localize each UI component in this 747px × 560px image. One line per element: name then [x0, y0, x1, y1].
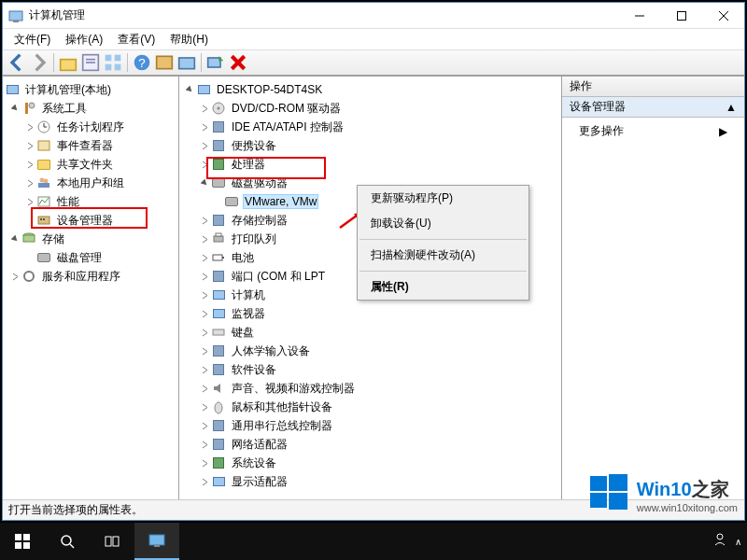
expand-icon[interactable] — [198, 475, 211, 488]
tree-storage[interactable]: 存储 — [3, 230, 178, 248]
back-button[interactable] — [7, 52, 27, 73]
collapse-icon[interactable] — [198, 176, 211, 189]
svg-rect-11 — [115, 55, 121, 62]
expand-icon[interactable] — [198, 326, 211, 339]
expand-icon[interactable] — [198, 307, 211, 320]
tree-item[interactable]: 事件查看器 — [3, 136, 178, 155]
software-device-icon — [211, 362, 226, 377]
toolbar: ? — [3, 49, 744, 76]
device-category[interactable]: 便携设备 — [179, 136, 561, 155]
tree-item[interactable]: 任务计划程序 — [3, 118, 178, 136]
actions-subheader[interactable]: 设备管理器 ▲ — [562, 97, 744, 118]
tree-item[interactable]: 本地用户和组 — [3, 174, 178, 192]
device-category[interactable]: 人体学输入设备 — [179, 342, 561, 360]
tree-item[interactable]: 磁盘管理 — [3, 248, 178, 267]
tree-root[interactable]: 计算机管理(本地) — [3, 80, 178, 99]
expand-icon[interactable] — [23, 158, 36, 171]
collapse-icon[interactable] — [8, 102, 21, 115]
taskbar-app-compmgmt[interactable] — [134, 523, 179, 560]
expand-icon[interactable] — [198, 344, 211, 357]
taskbar-tray: ∧ — [712, 532, 747, 551]
context-properties[interactable]: 属性(R) — [358, 274, 529, 300]
expand-icon[interactable] — [198, 288, 211, 301]
expand-icon[interactable] — [198, 363, 211, 376]
expand-icon[interactable] — [198, 400, 211, 413]
scan-button[interactable] — [205, 52, 226, 73]
expand-icon[interactable] — [23, 120, 36, 133]
expand-icon[interactable] — [198, 251, 211, 264]
svg-rect-3 — [677, 11, 685, 20]
up-button[interactable] — [58, 52, 78, 73]
start-button[interactable] — [0, 523, 45, 560]
expand-icon[interactable] — [198, 139, 211, 152]
properties-button[interactable] — [80, 52, 101, 73]
expand-icon[interactable] — [198, 102, 211, 115]
device-category[interactable]: 显示适配器 — [179, 472, 561, 491]
minimize-button[interactable] — [618, 3, 660, 29]
actions-panel: 操作 设备管理器 ▲ 更多操作 ▶ — [562, 77, 744, 499]
collapse-icon[interactable] — [8, 232, 21, 245]
actions-sub-label: 设备管理器 — [570, 99, 626, 115]
maximize-button[interactable] — [660, 3, 702, 29]
tree-item[interactable]: 性能 — [3, 192, 178, 211]
expand-icon[interactable] — [23, 195, 36, 208]
menu-help[interactable]: 帮助(H) — [162, 30, 216, 49]
tree-device-manager[interactable]: 设备管理器 — [3, 211, 178, 230]
svg-rect-41 — [222, 257, 224, 259]
device-category[interactable]: 网络适配器 — [179, 435, 561, 454]
device-category[interactable]: 声音、视频和游戏控制器 — [179, 379, 561, 398]
tray-chevron-icon[interactable]: ∧ — [735, 537, 741, 547]
device-category[interactable]: IDE ATA/ATAPI 控制器 — [179, 118, 561, 136]
actions-more[interactable]: 更多操作 ▶ — [562, 118, 744, 145]
device-category[interactable]: 处理器 — [179, 155, 561, 174]
tree-system-tools[interactable]: 系统工具 — [3, 99, 178, 118]
svg-rect-17 — [179, 58, 195, 69]
device-category[interactable]: 鼠标和其他指针设备 — [179, 398, 561, 416]
collapse-icon[interactable] — [183, 83, 196, 96]
expand-icon[interactable] — [198, 270, 211, 283]
svg-point-37 — [218, 107, 220, 110]
expand-icon[interactable] — [198, 214, 211, 227]
collapse-triangle-icon: ▲ — [726, 101, 737, 114]
menu-file[interactable]: 文件(F) — [7, 30, 58, 49]
tool-button-2[interactable] — [176, 52, 197, 73]
shared-folders-icon — [36, 157, 51, 172]
expand-icon[interactable] — [198, 120, 211, 133]
tree-services[interactable]: 服务和应用程序 — [3, 267, 178, 286]
device-category[interactable]: 监视器 — [179, 304, 561, 323]
expand-icon[interactable] — [198, 438, 211, 451]
delete-button[interactable] — [228, 52, 248, 73]
expand-icon[interactable] — [23, 139, 36, 152]
context-scan-hardware[interactable]: 扫描检测硬件改动(A) — [358, 243, 529, 268]
expand-icon[interactable] — [198, 419, 211, 432]
device-category[interactable]: DVD/CD-ROM 驱动器 — [179, 99, 561, 118]
device-category[interactable]: 键盘 — [179, 323, 561, 342]
tree-item[interactable]: 共享文件夹 — [3, 155, 178, 174]
context-update-driver[interactable]: 更新驱动程序(P) — [358, 186, 529, 211]
device-category[interactable]: 通用串行总线控制器 — [179, 416, 561, 435]
tray-people-icon[interactable] — [712, 532, 727, 551]
menu-view[interactable]: 查看(V) — [110, 30, 162, 49]
device-root[interactable]: DESKTOP-54DT4SK — [179, 80, 561, 99]
close-button[interactable] — [702, 3, 744, 29]
expand-icon[interactable] — [198, 158, 211, 171]
menu-action[interactable]: 操作(A) — [58, 30, 110, 49]
expand-icon[interactable] — [8, 270, 21, 283]
device-category[interactable]: 软件设备 — [179, 360, 561, 379]
search-button[interactable] — [45, 523, 90, 560]
expand-icon[interactable] — [198, 382, 211, 395]
computer-management-window: 计算机管理 文件(F) 操作(A) 查看(V) 帮助(H) ? — [2, 2, 745, 521]
expand-icon[interactable] — [198, 232, 211, 245]
context-uninstall[interactable]: 卸载设备(U) — [358, 211, 529, 236]
view-button[interactable] — [103, 52, 123, 73]
expand-icon[interactable] — [23, 176, 36, 189]
svg-point-60 — [717, 534, 723, 539]
svg-rect-52 — [15, 542, 21, 549]
device-category[interactable]: 系统设备 — [179, 454, 561, 472]
forward-button[interactable] — [29, 52, 49, 73]
expand-icon[interactable] — [198, 456, 211, 469]
task-view-button[interactable] — [90, 523, 134, 560]
tool-button-1[interactable] — [154, 52, 175, 73]
help-button[interactable]: ? — [132, 52, 152, 73]
svg-rect-59 — [154, 545, 160, 547]
